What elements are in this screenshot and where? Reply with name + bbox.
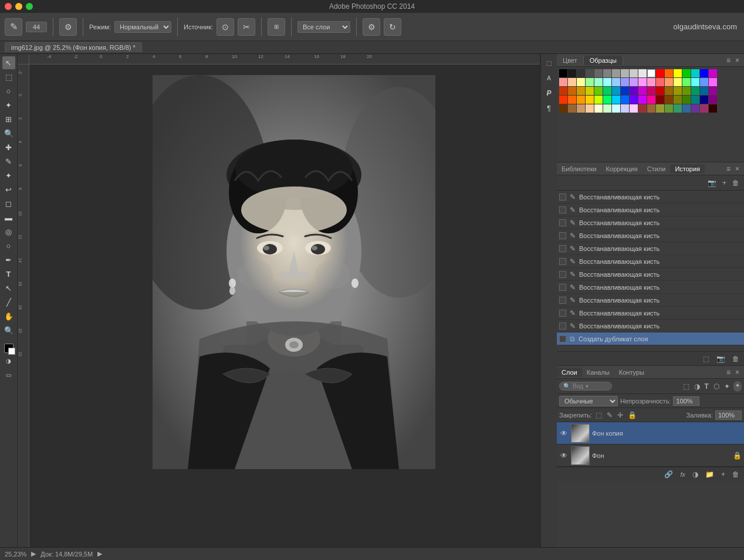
mode-select[interactable]: Нормальный bbox=[114, 21, 171, 33]
screen-mode-tool[interactable]: ▭ bbox=[2, 368, 15, 381]
maximize-button[interactable] bbox=[26, 3, 33, 10]
color-swatch[interactable] bbox=[577, 78, 585, 86]
layer-visibility-toggle[interactable]: 👁 bbox=[559, 429, 569, 438]
brush-tool-icon[interactable]: ✎ bbox=[5, 18, 22, 36]
layer-filter-toggle[interactable]: ● bbox=[733, 381, 742, 392]
layers-select[interactable]: Все слои bbox=[297, 21, 350, 33]
brush-settings-btn[interactable]: ⚙ bbox=[59, 18, 77, 36]
history-checkbox[interactable] bbox=[559, 258, 566, 265]
color-swatch[interactable] bbox=[612, 104, 620, 113]
history-item[interactable]: ✎ Восстанавливающая кисть bbox=[557, 268, 744, 281]
eraser-tool[interactable]: ◻ bbox=[2, 197, 15, 210]
history-checkbox[interactable] bbox=[559, 323, 566, 330]
history-item[interactable]: ✎ Восстанавливающая кисть bbox=[557, 307, 744, 320]
foreground-color[interactable] bbox=[4, 344, 13, 353]
layers-new-group-icon[interactable]: 📁 bbox=[704, 469, 715, 480]
color-swatch[interactable] bbox=[577, 96, 585, 104]
tab-paths[interactable]: Контуры bbox=[614, 368, 649, 377]
color-swatch[interactable] bbox=[647, 96, 655, 104]
color-swatch[interactable] bbox=[691, 78, 699, 86]
rotate-btn[interactable]: ↻ bbox=[384, 18, 401, 36]
history-item-active[interactable]: ⧉ Создать дубликат слоя bbox=[557, 332, 744, 345]
color-swatch[interactable] bbox=[700, 96, 708, 104]
history-checkbox[interactable] bbox=[559, 271, 566, 278]
color-swatch[interactable] bbox=[656, 96, 664, 104]
shape-tool[interactable]: ╱ bbox=[2, 296, 15, 308]
color-swatch[interactable] bbox=[656, 69, 664, 77]
color-swatch[interactable] bbox=[665, 96, 673, 104]
history-item[interactable]: ✎ Восстанавливающая кисть bbox=[557, 191, 744, 203]
color-swatch[interactable] bbox=[709, 78, 717, 86]
color-swatch[interactable] bbox=[594, 87, 603, 95]
color-swatch[interactable] bbox=[603, 87, 611, 95]
color-swatch[interactable] bbox=[656, 87, 664, 95]
color-swatch[interactable] bbox=[568, 104, 576, 113]
layers-delete-icon[interactable]: 🗑 bbox=[731, 469, 740, 480]
history-brush-tool[interactable]: ↩ bbox=[2, 183, 15, 196]
wand-tool[interactable]: ✦ bbox=[2, 99, 15, 111]
tab-libraries[interactable]: Библиотеки bbox=[557, 164, 601, 174]
color-swatch[interactable] bbox=[594, 78, 603, 86]
color-swatch[interactable] bbox=[621, 69, 629, 77]
history-checkbox[interactable] bbox=[559, 219, 566, 226]
color-swatch[interactable] bbox=[709, 69, 717, 77]
right-icon-4[interactable]: ¶ bbox=[543, 102, 556, 115]
color-swatch[interactable] bbox=[586, 96, 594, 104]
history-checkbox[interactable] bbox=[559, 284, 566, 291]
history-delete-icon[interactable]: 🗑 bbox=[731, 178, 740, 188]
color-swatch[interactable] bbox=[586, 87, 594, 95]
document-tab[interactable]: img612.jpg @ 25,2% (Фон копия, RGB/8) * bbox=[5, 42, 142, 52]
color-swatch[interactable] bbox=[630, 78, 638, 86]
layers-menu-icon[interactable]: ≡ bbox=[725, 367, 732, 378]
color-swatch[interactable] bbox=[603, 96, 611, 104]
color-swatch[interactable] bbox=[682, 87, 691, 95]
history-panel-close-icon[interactable]: × bbox=[734, 164, 740, 174]
fill-input[interactable] bbox=[715, 410, 742, 420]
color-swatch[interactable] bbox=[559, 69, 567, 77]
color-swatch[interactable] bbox=[612, 78, 620, 86]
color-swatch[interactable] bbox=[665, 78, 673, 86]
lock-all-icon[interactable]: 🔒 bbox=[627, 410, 638, 420]
color-swatch[interactable] bbox=[603, 69, 611, 77]
color-swatch[interactable] bbox=[709, 104, 717, 113]
history-item[interactable]: ✎ Восстанавливающая кисть bbox=[557, 229, 744, 242]
hand-tool[interactable]: ✋ bbox=[2, 310, 15, 323]
color-swatch[interactable] bbox=[674, 87, 682, 95]
brush-size-input[interactable]: 44 bbox=[26, 22, 47, 32]
color-swatch[interactable] bbox=[682, 104, 691, 113]
search-dropdown-icon[interactable]: ▾ bbox=[586, 383, 589, 389]
layers-new-adjustment-icon[interactable]: ◑ bbox=[691, 469, 699, 480]
color-swatch[interactable] bbox=[559, 87, 567, 95]
zoom-icon[interactable]: ▶ bbox=[31, 550, 36, 558]
color-swatch[interactable] bbox=[603, 78, 611, 86]
tab-correction[interactable]: Коррекция bbox=[601, 164, 642, 174]
dodge-tool[interactable]: ○ bbox=[2, 239, 15, 252]
color-swatch[interactable] bbox=[638, 69, 647, 77]
opacity-input[interactable]: 100% bbox=[673, 396, 699, 406]
tab-styles[interactable]: Стили bbox=[642, 164, 671, 174]
color-swatch[interactable] bbox=[674, 96, 682, 104]
history-footer-icon1[interactable]: ⬚ bbox=[702, 354, 711, 364]
history-item[interactable]: ✎ Восстанавливающая кисть bbox=[557, 320, 744, 332]
right-icon-3[interactable]: P bbox=[543, 87, 556, 100]
color-swatch[interactable] bbox=[559, 104, 567, 113]
tab-color[interactable]: Цвет bbox=[557, 56, 584, 65]
color-swatch[interactable] bbox=[691, 96, 699, 104]
color-swatch[interactable] bbox=[656, 78, 664, 86]
color-swatch[interactable] bbox=[630, 69, 638, 77]
color-swatch[interactable] bbox=[621, 78, 629, 86]
history-new-snapshot-icon[interactable]: 📷 bbox=[706, 178, 718, 188]
color-swatch[interactable] bbox=[594, 69, 603, 77]
tab-samples[interactable]: Образцы bbox=[584, 56, 623, 65]
history-item[interactable]: ✎ Восстанавливающая кисть bbox=[557, 294, 744, 307]
pen-tool[interactable]: ✒ bbox=[2, 253, 15, 266]
close-button[interactable] bbox=[5, 3, 12, 10]
color-swatch[interactable] bbox=[709, 96, 717, 104]
history-checkbox[interactable] bbox=[559, 310, 566, 317]
history-checkbox[interactable] bbox=[559, 232, 566, 239]
history-checkbox[interactable] bbox=[559, 206, 566, 213]
right-icon-2[interactable]: A bbox=[543, 72, 556, 84]
color-swatch[interactable] bbox=[621, 104, 629, 113]
color-swatch[interactable] bbox=[612, 69, 620, 77]
tab-channels[interactable]: Каналы bbox=[582, 368, 614, 377]
